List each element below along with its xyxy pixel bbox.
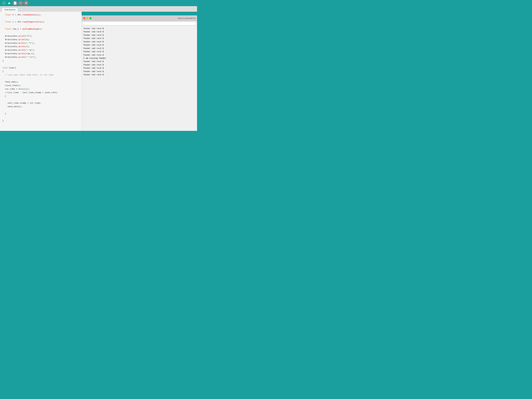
serial-input-field[interactable]: [83, 22, 196, 25]
code-line: ArduinoUno.print(","g");: [2, 49, 79, 52]
code-line: float h = dht.readHumidity();: [2, 13, 79, 17]
serial-line: feeder cmd recd $: [83, 27, 196, 30]
code-line: send_data();: [2, 105, 79, 108]
code-line: }: [2, 119, 79, 123]
serial-monitor-titlebar: /dev/cu.usbmodem14: [82, 16, 197, 21]
save-button[interactable]: ▼: [24, 1, 29, 6]
serial-line: feeder cmd recd $: [83, 43, 196, 47]
code-line: }: [2, 59, 79, 63]
code-editor: float h = dht.readHumidity(); float t = …: [0, 12, 82, 131]
code-line: {: [2, 95, 79, 98]
serial-line: feeder cmd recd $: [83, 60, 196, 63]
serial-line: feeder cmd recd $: [83, 30, 196, 33]
code-line: ArduinoUno.print(","\n");: [2, 56, 79, 59]
code-line: // put your main code here, to run repe: [2, 73, 79, 77]
code-line: if(cur_time - last_time_stamp > send_rat…: [2, 91, 79, 95]
code-line: void loop(): [2, 66, 79, 70]
code-line: ArduinoUno.print(raw_v);: [2, 52, 79, 56]
serial-monitor-window: /dev/cu.usbmodem14 feeder cmd recd $ fee…: [82, 15, 197, 139]
tab-toarduino[interactable]: toarduino: [1, 8, 18, 12]
new-button[interactable]: 📄: [13, 1, 18, 6]
serial-line: feeder cmd recd $: [83, 47, 196, 50]
code-line: close_feed();: [2, 84, 79, 88]
serial-line-closing: I am closing feeder: [83, 57, 196, 60]
serial-output: feeder cmd recd $ feeder cmd recd $ feed…: [82, 26, 197, 133]
code-line: feed_cmd();: [2, 80, 79, 84]
code-line: float raw_v = analogRead(gas);: [2, 27, 79, 31]
code-line: last_time_stamp = cur_time;: [2, 101, 79, 105]
serial-line: feeder cmd recd $: [83, 70, 196, 73]
code-line: ArduinoUno.print(t);: [2, 45, 79, 49]
serial-line: feeder cmd recd $: [83, 40, 196, 43]
code-line: }: [2, 112, 79, 116]
upload-button[interactable]: ▶: [7, 1, 12, 6]
maximize-button[interactable]: [89, 17, 91, 19]
minimize-button[interactable]: [86, 17, 88, 19]
serial-line: feeder cmd recd $: [83, 73, 196, 76]
close-button[interactable]: [83, 17, 85, 19]
verify-button[interactable]: ✓: [1, 1, 6, 6]
serial-line: feeder cmd recd $: [83, 63, 196, 66]
code-line: ArduinoUno.print("h");: [2, 34, 79, 38]
code-line: ArduinoUno.print(","t");: [2, 42, 79, 45]
serial-monitor-title: /dev/cu.usbmodem14: [178, 17, 196, 19]
serial-line: feeder cmd recd $: [83, 50, 196, 53]
code-line: {: [2, 70, 79, 73]
code-line: cur_time = millis();: [2, 88, 79, 91]
open-button[interactable]: +: [18, 1, 23, 6]
serial-line: feeder cmd recd $: [83, 66, 196, 70]
toolbar: ✓ ▶ 📄 + ▼: [0, 0, 197, 6]
tab-bar: toarduino: [0, 6, 197, 12]
status-bar: [0, 131, 197, 139]
code-line: ArduinoUno.print(h);: [2, 38, 79, 42]
serial-line: feeder cmd recd $: [83, 34, 196, 37]
serial-line: feeder cmd recd $: [83, 37, 196, 40]
code-line: float t = dht.readTemperature();: [2, 20, 79, 24]
serial-line: feeder cmd recd $: [83, 53, 196, 57]
serial-input-bar: [82, 21, 197, 26]
